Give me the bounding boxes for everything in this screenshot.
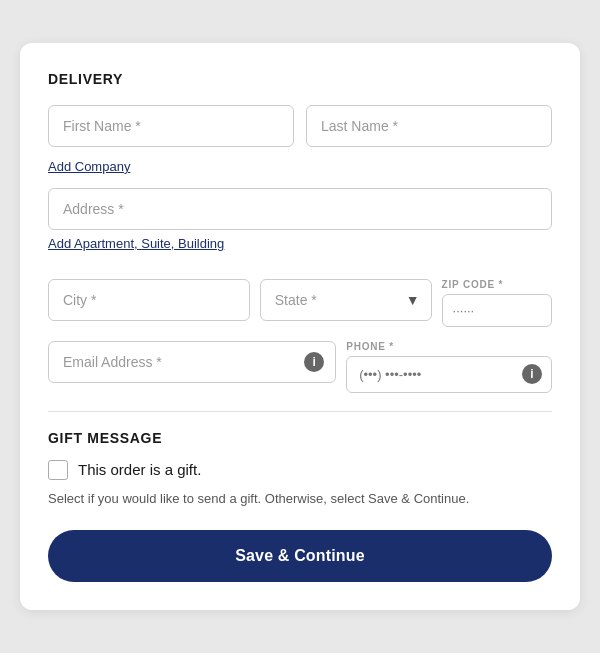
name-row [48,105,552,147]
address-input[interactable] [48,188,552,230]
phone-label: PHONE * [346,341,552,352]
state-wrapper: State * ▼ [260,279,432,321]
email-info-icon[interactable]: i [304,352,324,372]
last-name-input[interactable] [306,105,552,147]
state-select[interactable]: State * [260,279,432,321]
zip-input[interactable] [442,294,552,327]
zip-label: ZIP CODE * [442,279,552,290]
phone-wrapper: PHONE * i [346,341,552,393]
email-phone-row: i PHONE * i [48,341,552,393]
add-company-link[interactable]: Add Company [48,159,130,174]
zip-wrapper: ZIP CODE * [442,279,552,327]
gift-checkbox-row: This order is a gift. [48,460,552,480]
city-state-zip-row: State * ▼ ZIP CODE * [48,279,552,327]
add-apartment-link[interactable]: Add Apartment, Suite, Building [48,236,224,251]
phone-info-icon[interactable]: i [522,364,542,384]
section-divider [48,411,552,412]
first-name-input[interactable] [48,105,294,147]
delivery-title: DELIVERY [48,71,552,87]
gift-hint-text: Select if you would like to send a gift.… [48,490,552,508]
gift-title: GIFT MESSAGE [48,430,552,446]
phone-input-wrapper: i [346,356,552,393]
delivery-card: DELIVERY Add Company Add Apartment, Suit… [20,43,580,610]
email-wrapper: i [48,341,336,383]
gift-checkbox-label: This order is a gift. [78,461,201,478]
address-row [48,188,552,230]
gift-checkbox[interactable] [48,460,68,480]
email-input[interactable] [48,341,336,383]
save-continue-button[interactable]: Save & Continue [48,530,552,582]
city-input[interactable] [48,279,250,321]
